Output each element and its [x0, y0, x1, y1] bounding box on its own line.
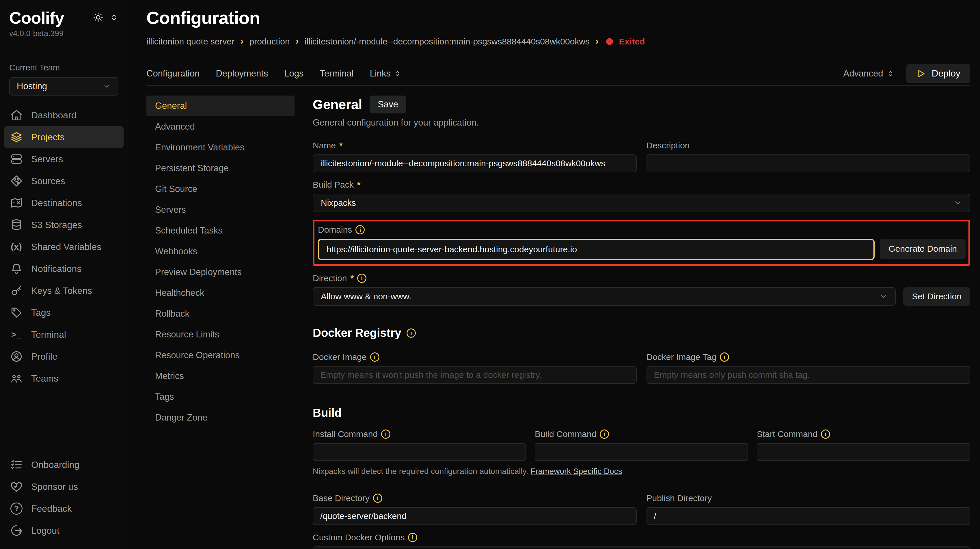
start-command-label: Start Command i — [757, 429, 970, 439]
cfg-nav-environment-variables[interactable]: Environment Variables — [146, 137, 294, 158]
build-pack-label: Build Pack* — [313, 180, 970, 190]
bell-icon — [10, 262, 23, 275]
tab-links[interactable]: Links — [370, 68, 401, 79]
breadcrumb: illicitonion quote server › production ›… — [146, 36, 970, 46]
cfg-nav-advanced[interactable]: Advanced — [146, 116, 294, 137]
sidebar-item-label: Tags — [31, 308, 51, 318]
docker-image-input[interactable] — [313, 366, 637, 384]
framework-docs-link[interactable]: Framework Specific Docs — [530, 467, 622, 476]
sidebar-item-destinations[interactable]: Destinations — [4, 192, 124, 214]
sidebar-item-label: Servers — [31, 154, 63, 165]
play-icon — [916, 69, 926, 79]
tab-configuration[interactable]: Configuration — [146, 68, 199, 79]
cfg-nav-rollback[interactable]: Rollback — [146, 303, 294, 324]
section-heading: General — [313, 97, 362, 112]
info-icon: i — [381, 430, 390, 439]
cfg-nav-healthcheck[interactable]: Healthcheck — [146, 282, 294, 303]
variable-icon: (x) — [10, 242, 23, 252]
build-command-input[interactable] — [535, 443, 748, 461]
team-select[interactable]: Hosting — [9, 77, 118, 95]
direction-select[interactable]: Allow www & non-www. — [313, 287, 896, 306]
sidebar-item-shared-variables[interactable]: (x) Shared Variables — [4, 236, 124, 258]
sidebar-item-logout[interactable]: Logout — [4, 520, 124, 541]
cfg-nav-metrics[interactable]: Metrics — [146, 366, 294, 387]
sidebar-item-teams[interactable]: Teams — [4, 367, 124, 389]
cfg-nav-scheduled-tasks[interactable]: Scheduled Tasks — [146, 220, 294, 241]
custom-docker-options-input[interactable] — [313, 546, 970, 549]
chevron-up-down-icon[interactable] — [110, 13, 118, 22]
database-icon — [10, 219, 23, 231]
tab-logs[interactable]: Logs — [284, 68, 304, 79]
sidebar-item-tags[interactable]: Tags — [4, 301, 124, 324]
breadcrumb-environment[interactable]: production — [249, 36, 290, 46]
page-title: Configuration — [146, 8, 970, 28]
sidebar-item-label: Teams — [31, 373, 58, 384]
configuration-nav: General Advanced Environment Variables P… — [146, 95, 294, 549]
layers-icon — [10, 131, 23, 143]
general-form: General Save General configuration for y… — [313, 95, 970, 549]
sidebar-item-terminal[interactable]: >_ Terminal — [4, 324, 124, 346]
tab-links-label: Links — [370, 68, 391, 79]
sidebar-item-label: Projects — [31, 132, 65, 143]
generate-domain-button[interactable]: Generate Domain — [880, 239, 966, 259]
info-icon: i — [355, 225, 365, 234]
chevron-right-icon: › — [296, 36, 299, 46]
cfg-nav-webhooks[interactable]: Webhooks — [146, 241, 294, 262]
user-circle-icon — [10, 350, 23, 363]
cfg-nav-resource-limits[interactable]: Resource Limits — [146, 324, 294, 345]
start-command-input[interactable] — [757, 443, 970, 461]
sidebar-item-s3-storages[interactable]: S3 Storages — [4, 214, 124, 236]
cfg-nav-git-source[interactable]: Git Source — [146, 179, 294, 200]
cfg-nav-resource-operations[interactable]: Resource Operations — [146, 345, 294, 366]
sidebar-item-label: Sources — [31, 176, 65, 186]
name-label: Name* — [313, 141, 637, 151]
tab-bar: Configuration Deployments Logs Terminal … — [146, 64, 970, 86]
tab-terminal[interactable]: Terminal — [320, 68, 354, 79]
cfg-nav-servers[interactable]: Servers — [146, 200, 294, 220]
description-input[interactable] — [646, 154, 970, 172]
build-pack-select[interactable]: Nixpacks — [313, 194, 970, 212]
sidebar-item-servers[interactable]: Servers — [4, 148, 124, 170]
cfg-nav-tags[interactable]: Tags — [146, 387, 294, 407]
logout-icon — [10, 524, 23, 537]
current-team-label: Current Team — [9, 63, 118, 73]
question-circle-icon: ? — [10, 503, 23, 515]
cfg-nav-danger-zone[interactable]: Danger Zone — [146, 407, 294, 428]
key-icon — [10, 284, 23, 297]
name-input[interactable] — [313, 154, 637, 172]
tab-deployments[interactable]: Deployments — [216, 68, 268, 79]
info-icon: i — [373, 493, 382, 503]
domains-input[interactable] — [318, 239, 875, 260]
sidebar-item-feedback[interactable]: ? Feedback — [4, 498, 124, 520]
sidebar-item-label: Terminal — [31, 329, 66, 340]
base-directory-input[interactable] — [313, 507, 637, 525]
cfg-nav-persistent-storage[interactable]: Persistent Storage — [146, 158, 294, 179]
breadcrumb-project[interactable]: illicitonion quote server — [146, 36, 234, 46]
docker-image-tag-input[interactable] — [646, 366, 970, 384]
breadcrumb-resource[interactable]: illicitestonion/-module--decomposition:m… — [305, 36, 590, 46]
sidebar-item-sources[interactable]: Sources — [4, 170, 124, 192]
direction-label: Direction* i — [313, 273, 970, 283]
sidebar-nav: Dashboard Projects Servers Sources Desti… — [4, 104, 124, 389]
sidebar-item-dashboard[interactable]: Dashboard — [4, 104, 124, 126]
docker-image-tag-label: Docker Image Tag i — [646, 352, 970, 362]
sidebar-item-notifications[interactable]: Notifications — [4, 258, 124, 280]
publish-directory-input[interactable] — [646, 507, 970, 525]
cfg-nav-preview-deployments[interactable]: Preview Deployments — [146, 262, 294, 282]
sidebar-item-label: Sponsor us — [31, 481, 78, 492]
install-command-input[interactable] — [313, 443, 526, 461]
status-badge: Exited — [619, 36, 645, 46]
section-subtitle: General configuration for your applicati… — [313, 117, 970, 128]
set-direction-button[interactable]: Set Direction — [903, 287, 970, 306]
sidebar-item-projects[interactable]: Projects — [4, 126, 124, 148]
sidebar-item-profile[interactable]: Profile — [4, 346, 124, 367]
save-button[interactable]: Save — [370, 95, 406, 113]
sidebar-item-sponsor-us[interactable]: Sponsor us — [4, 476, 124, 498]
cfg-nav-general[interactable]: General — [146, 95, 294, 116]
sidebar-item-keys-tokens[interactable]: Keys & Tokens — [4, 280, 124, 301]
sidebar-item-onboarding[interactable]: Onboarding — [4, 454, 124, 476]
deploy-button[interactable]: Deploy — [906, 64, 970, 83]
advanced-menu[interactable]: Advanced — [843, 68, 895, 79]
theme-toggle-sun-icon[interactable] — [93, 12, 103, 22]
install-command-label: Install Command i — [313, 429, 526, 439]
